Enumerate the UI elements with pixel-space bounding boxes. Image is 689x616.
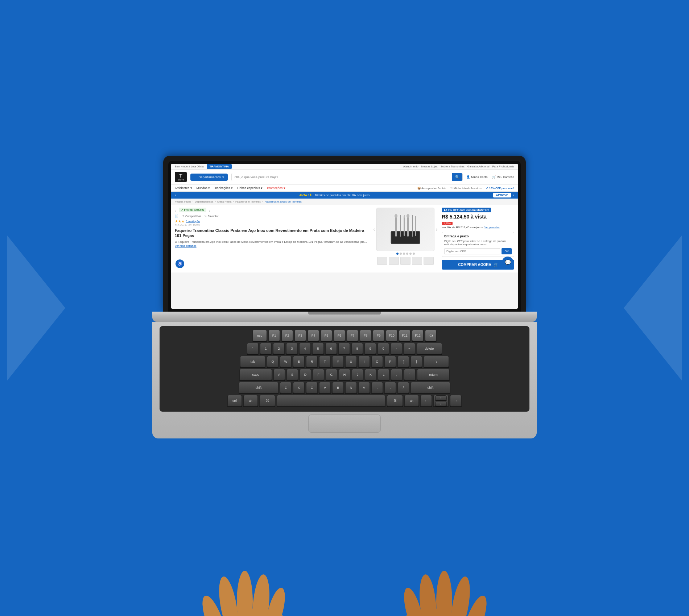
key-p[interactable]: P	[384, 356, 396, 367]
key-up[interactable]: ↑	[435, 395, 447, 400]
key-f4[interactable]: F4	[308, 330, 319, 341]
key-f5[interactable]: F5	[321, 330, 332, 341]
key-d[interactable]: D	[300, 369, 311, 380]
nav-promocoes[interactable]: Promoções ▾	[267, 186, 285, 190]
key-o[interactable]: O	[371, 356, 383, 367]
my-cart[interactable]: 🛒 Meu Carrinho	[492, 175, 514, 179]
key-enter[interactable]: return	[417, 369, 450, 380]
key-j[interactable]: J	[352, 369, 363, 380]
thumb-4[interactable]	[412, 257, 422, 265]
nav-linhas[interactable]: Linhas especiais ▾	[237, 186, 263, 190]
key-b[interactable]: B	[332, 382, 344, 394]
trackpad[interactable]	[308, 415, 381, 433]
key-n[interactable]: N	[345, 382, 357, 394]
key-caps[interactable]: caps	[239, 369, 272, 380]
link-atendimento[interactable]: Atendimento	[403, 165, 418, 168]
key-6[interactable]: 6	[325, 343, 337, 354]
key-down[interactable]: ↓	[435, 401, 447, 406]
accessibility-button[interactable]: ♿	[176, 259, 184, 268]
key-f10[interactable]: F10	[386, 330, 397, 341]
key-alt-r[interactable]: alt	[404, 395, 419, 407]
key-f6[interactable]: F6	[334, 330, 345, 341]
breadcrumb-dept[interactable]: Departamentos	[195, 200, 213, 203]
key-a[interactable]: A	[273, 369, 285, 380]
key-f1[interactable]: F1	[268, 330, 280, 341]
dot-1[interactable]	[396, 253, 399, 255]
thumb-1[interactable]	[377, 257, 387, 265]
search-input[interactable]	[232, 173, 453, 181]
key-f12[interactable]: F12	[412, 330, 424, 341]
key-cmd-r[interactable]: ⌘	[387, 395, 403, 407]
nav-ambientes[interactable]: Ambientes ▾	[175, 186, 192, 190]
dot-4[interactable]	[406, 253, 408, 255]
key-q[interactable]: Q	[267, 356, 279, 367]
key-5[interactable]: 5	[312, 343, 324, 354]
thumb-5[interactable]	[424, 257, 434, 265]
key-z[interactable]: Z	[280, 382, 292, 394]
key-2[interactable]: 2	[273, 343, 285, 354]
promo-arrow-left[interactable]: ‹	[175, 193, 176, 197]
promo-arrow-right[interactable]: ›	[513, 193, 514, 197]
link-sobre[interactable]: Sobre a Tramontina	[441, 165, 465, 168]
key-4[interactable]: 4	[299, 343, 311, 354]
key-9[interactable]: 9	[364, 343, 376, 354]
key-0[interactable]: 0	[377, 343, 389, 354]
link-lojas[interactable]: Nossas Lojas	[421, 165, 438, 168]
favorite-button[interactable]: ♡ Favoritar	[205, 215, 219, 218]
see-more-link[interactable]: Ver mais detalhes	[175, 244, 197, 247]
key-f11[interactable]: F11	[399, 330, 410, 341]
key-f7[interactable]: F7	[347, 330, 358, 341]
key-power[interactable]: ⏻	[425, 330, 437, 341]
key-t[interactable]: T	[319, 356, 331, 367]
key-backslash[interactable]: \	[424, 356, 449, 367]
key-u[interactable]: U	[345, 356, 357, 367]
key-v[interactable]: V	[319, 382, 331, 394]
nav-prev-arrow[interactable]: ‹	[175, 209, 176, 213]
key-comma[interactable]: ,	[371, 382, 383, 394]
key-f2[interactable]: F2	[281, 330, 293, 341]
approve-button[interactable]: APROVE	[493, 193, 511, 197]
chat-button[interactable]: 💬	[502, 257, 513, 268]
key-x[interactable]: X	[293, 382, 305, 394]
key-i[interactable]: I	[358, 356, 370, 367]
key-s[interactable]: S	[286, 369, 298, 380]
key-space[interactable]	[277, 395, 385, 407]
my-account[interactable]: 👤 Minha Conta	[466, 175, 487, 179]
key-l[interactable]: L	[378, 369, 389, 380]
key-right[interactable]: →	[450, 395, 462, 407]
key-r[interactable]: R	[306, 356, 318, 367]
dot-6[interactable]	[413, 253, 415, 255]
key-esc[interactable]: esc	[252, 330, 267, 341]
rating-count[interactable]: 1 avaliação	[186, 220, 200, 223]
key-alt[interactable]: alt	[243, 395, 258, 407]
key-slash[interactable]: /	[397, 382, 409, 394]
dot-3[interactable]	[403, 253, 405, 255]
key-8[interactable]: 8	[351, 343, 363, 354]
link-profissionais[interactable]: Para Profissionais	[492, 165, 514, 168]
share-button[interactable]: ⇧ Compartilhar	[182, 215, 201, 218]
ok-button[interactable]: OK	[502, 248, 512, 254]
img-next-arrow[interactable]: ›	[436, 227, 437, 232]
key-lbracket[interactable]: [	[397, 356, 409, 367]
key-7[interactable]: 7	[338, 343, 350, 354]
key-k[interactable]: K	[365, 369, 376, 380]
key-f8[interactable]: F8	[360, 330, 371, 341]
key-rbracket[interactable]: ]	[410, 356, 422, 367]
key-g[interactable]: G	[326, 369, 337, 380]
thumb-3[interactable]	[400, 257, 410, 265]
key-c[interactable]: C	[306, 382, 318, 394]
dot-5[interactable]	[409, 253, 412, 255]
dot-2[interactable]	[400, 253, 402, 255]
nav-mundos[interactable]: Mundos ▾	[197, 186, 210, 190]
link-garantia[interactable]: Garantia Adicional	[467, 165, 490, 168]
key-e[interactable]: E	[293, 356, 305, 367]
key-semicolon[interactable]: ;	[391, 369, 403, 380]
key-delete[interactable]: delete	[417, 343, 442, 354]
key-h[interactable]: H	[339, 369, 350, 380]
key-minus[interactable]: -	[391, 343, 402, 354]
key-equals[interactable]: =	[404, 343, 415, 354]
nav-inspiracoes[interactable]: Inspirações ▾	[214, 186, 233, 190]
key-1[interactable]: 1	[260, 343, 272, 354]
key-tab[interactable]: tab	[240, 356, 265, 367]
key-y[interactable]: Y	[332, 356, 344, 367]
